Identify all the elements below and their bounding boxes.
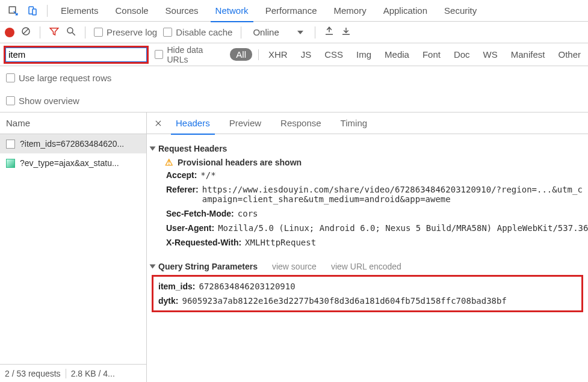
qsp-row: item_ids: 6728634846203120910 <box>155 279 580 294</box>
request-details: Headers Preview Response Timing Request … <box>147 112 588 382</box>
disable-cache-label: Disable cache <box>176 27 232 37</box>
filter-type-doc[interactable]: Doc <box>450 48 474 61</box>
header-value: Mozilla/5.0 (Linux; Android 6.0; Nexus 5… <box>218 223 588 233</box>
network-toolbar: Preserve log Disable cache Online <box>0 22 588 43</box>
header-row: Referer: https://www.iesdouyin.com/share… <box>150 182 584 206</box>
filter-type-all[interactable]: All <box>230 48 252 61</box>
filter-type-xhr[interactable]: XHR <box>265 48 291 61</box>
filter-type-img[interactable]: Img <box>353 48 375 61</box>
close-details-button[interactable] <box>152 117 165 130</box>
headers-pane: Request Headers ⚠ Provisional headers ar… <box>147 134 588 382</box>
filter-type-js[interactable]: JS <box>297 48 315 61</box>
tab-security[interactable]: Security <box>437 0 484 22</box>
view-url-encoded-link[interactable]: view URL encoded <box>331 262 401 271</box>
details-tab-headers[interactable]: Headers <box>167 112 218 134</box>
svg-line-6 <box>72 32 75 35</box>
qsp-value: 6728634846203120910 <box>199 282 295 291</box>
header-key: Accept: <box>166 170 197 180</box>
hide-data-urls-checkbox[interactable]: Hide data URLs <box>155 45 224 64</box>
checkbox-icon <box>155 50 163 59</box>
request-headers-section[interactable]: Request Headers <box>150 144 584 153</box>
network-filter-bar: Hide data URLs All XHR JS CSS Img Media … <box>0 43 588 66</box>
qsp-value: 9605923a7ab8122e16e3d2277b430f8d3d6a181d… <box>182 296 506 306</box>
inspect-element-icon[interactable] <box>5 2 22 19</box>
header-value: XMLHttpRequest <box>245 238 316 247</box>
header-key: Sec-Fetch-Mode: <box>166 209 234 218</box>
provisional-text: Provisional headers are shown <box>178 158 302 167</box>
query-string-highlight: item_ids: 6728634846203120910 dytk: 9605… <box>152 275 583 312</box>
header-value: cors <box>238 209 258 218</box>
disclosure-triangle-icon <box>150 147 156 151</box>
provisional-warning: ⚠ Provisional headers are shown <box>150 157 584 168</box>
network-options: Use large request rows Show overview <box>0 66 588 112</box>
preserve-log-checkbox[interactable]: Preserve log <box>94 27 157 37</box>
qsp-key: item_ids: <box>158 282 195 291</box>
record-button[interactable] <box>5 28 14 37</box>
checkbox-icon <box>6 73 15 82</box>
request-row[interactable]: ?ev_type=ajax&ax_statu... <box>0 153 146 173</box>
tab-application[interactable]: Application <box>376 0 435 22</box>
header-key: Referer: <box>166 185 199 204</box>
tab-sources[interactable]: Sources <box>158 0 206 22</box>
disable-cache-checkbox[interactable]: Disable cache <box>163 27 232 37</box>
filter-type-manifest[interactable]: Manifest <box>507 48 549 61</box>
view-source-link[interactable]: view source <box>272 262 317 271</box>
filter-type-font[interactable]: Font <box>419 48 444 61</box>
throttling-select[interactable]: Online <box>250 26 306 38</box>
tab-elements[interactable]: Elements <box>54 0 106 22</box>
filter-input-highlight <box>4 46 149 64</box>
search-icon[interactable] <box>66 26 76 39</box>
chevron-down-icon <box>297 31 303 34</box>
filter-type-ws[interactable]: WS <box>480 48 501 61</box>
request-name: ?ev_type=ajax&ax_statu... <box>20 158 119 168</box>
toggle-device-toolbar-icon[interactable] <box>24 2 41 19</box>
transfer-size: 2.8 KB / 4... <box>71 369 115 378</box>
filter-icon[interactable] <box>49 26 60 39</box>
header-key: User-Agent: <box>166 223 214 233</box>
export-har-icon[interactable] <box>341 26 351 39</box>
requests-count: 2 / 53 requests <box>5 369 61 378</box>
filter-type-other[interactable]: Other <box>554 48 584 61</box>
filter-type-media[interactable]: Media <box>381 48 413 61</box>
warning-icon: ⚠ <box>165 157 173 167</box>
tab-console[interactable]: Console <box>108 0 156 22</box>
filter-type-css[interactable]: CSS <box>321 48 347 61</box>
header-key: X-Requested-With: <box>166 238 241 247</box>
svg-line-4 <box>23 29 29 34</box>
details-tab-response[interactable]: Response <box>272 112 330 134</box>
qsp-key: dytk: <box>158 296 178 306</box>
details-tab-timing[interactable]: Timing <box>332 112 376 134</box>
preserve-log-label: Preserve log <box>107 27 157 37</box>
checkbox-icon <box>94 28 103 37</box>
clear-icon[interactable] <box>20 26 31 39</box>
file-icon <box>6 140 15 149</box>
checkbox-icon <box>163 28 172 37</box>
svg-rect-2 <box>32 9 36 15</box>
tab-network[interactable]: Network <box>208 0 256 22</box>
devtools-panel-tabs: Elements Console Sources Network Perform… <box>0 0 588 22</box>
details-tabs: Headers Preview Response Timing <box>147 112 588 134</box>
tab-memory[interactable]: Memory <box>327 0 374 22</box>
qsp-row: dytk: 9605923a7ab8122e16e3d2277b430f8d3d… <box>155 294 580 308</box>
section-title-text: Request Headers <box>158 144 227 153</box>
filter-input[interactable] <box>5 48 147 62</box>
header-row: X-Requested-With: XMLHttpRequest <box>150 235 584 250</box>
tab-performance[interactable]: Performance <box>258 0 324 22</box>
header-row: Sec-Fetch-Mode: cors <box>150 206 584 221</box>
disclosure-triangle-icon <box>150 265 156 269</box>
requests-name-header[interactable]: Name <box>0 112 146 134</box>
details-tab-preview[interactable]: Preview <box>221 112 270 134</box>
use-large-rows-checkbox[interactable]: Use large request rows <box>6 73 111 83</box>
show-overview-checkbox[interactable]: Show overview <box>6 96 79 106</box>
throttling-value: Online <box>253 27 279 37</box>
header-row: User-Agent: Mozilla/5.0 (Linux; Android … <box>150 221 584 235</box>
use-large-rows-label: Use large request rows <box>19 73 111 83</box>
show-overview-label: Show overview <box>19 96 79 106</box>
hide-data-urls-label: Hide data URLs <box>167 45 224 64</box>
header-value: https://www.iesdouyin.com/share/video/67… <box>202 185 584 204</box>
query-string-parameters-section[interactable]: Query String Parameters view source view… <box>150 262 584 271</box>
import-har-icon[interactable] <box>324 26 335 39</box>
request-row[interactable]: ?item_ids=672863484620... <box>0 134 146 153</box>
svg-point-5 <box>67 28 73 33</box>
requests-list: Name ?item_ids=672863484620... ?ev_type=… <box>0 112 147 382</box>
